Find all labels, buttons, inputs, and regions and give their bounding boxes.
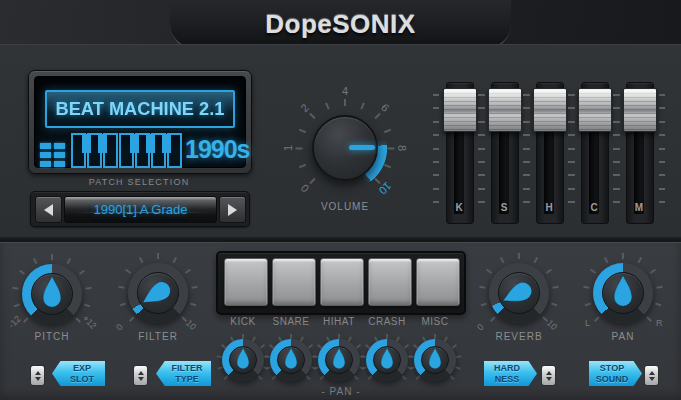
pan-pointer [421, 346, 449, 374]
patch-value: 1990[1] A Grade [94, 202, 188, 217]
pad-hihat-label: HIHAT [313, 316, 365, 327]
fader-cap[interactable] [533, 88, 567, 132]
fader-misc[interactable]: M [612, 82, 666, 232]
patch-next-button[interactable] [219, 196, 246, 223]
hardness-button[interactable]: HARD NESS [484, 361, 537, 386]
pad-snare-label: SNARE [265, 316, 317, 327]
pad-kick[interactable] [224, 258, 268, 306]
reverb-label: REVERB [479, 331, 559, 342]
volume-scale-8: 8 [395, 137, 409, 159]
step-down-icon [35, 377, 41, 381]
step-up-icon [649, 371, 655, 375]
pan-pointer [325, 346, 353, 374]
fader-label: H [536, 202, 562, 213]
step-down-icon [649, 377, 655, 381]
master-pan-pointer [602, 272, 644, 314]
left-arrow-icon [44, 204, 53, 216]
master-pan-label: PAN [583, 331, 663, 342]
stop-sound-stepper[interactable] [644, 365, 659, 386]
filter-type-stepper[interactable] [133, 365, 148, 386]
header-badge: DopeSONIX [170, 0, 511, 50]
master-pan-knob[interactable] [581, 251, 665, 335]
pan-knob-misc[interactable] [407, 332, 463, 388]
exp-slot-stepper[interactable] [30, 365, 45, 386]
patch-value-display[interactable]: 1990[1] A Grade [64, 196, 217, 223]
pitch-pointer [31, 273, 73, 315]
pad-hihat[interactable] [320, 258, 364, 306]
piano-keys-icon [71, 133, 183, 169]
plugin-window: DopeSONIX BEAT MACHINE 2.1 [0, 0, 681, 400]
pad-misc-label: MISC [409, 316, 461, 327]
patch-prev-button[interactable] [35, 196, 62, 223]
patch-selection-label: PATCH SELECTION [59, 177, 219, 187]
fader-scale-marks [659, 94, 665, 203]
lcd-display: BEAT MACHINE 2.1 1990s [28, 70, 252, 174]
fader-scale-marks [523, 94, 529, 203]
volume-label: VOLUME [305, 201, 385, 212]
pan-pointer [373, 346, 401, 374]
patch-selector: 1990[1] A Grade [30, 191, 250, 227]
pad-crash[interactable] [368, 258, 412, 306]
pitch-knob[interactable] [10, 252, 94, 336]
fader-cap[interactable] [578, 88, 612, 132]
fader-label: S [491, 202, 517, 213]
stop-sound-button[interactable]: STOP SOUND [589, 361, 642, 386]
pad-kick-label: KICK [217, 316, 269, 327]
step-up-icon [546, 371, 552, 375]
lcd-era-text: 1990s [185, 135, 243, 164]
right-arrow-icon [228, 204, 237, 216]
fader-scale-marks [613, 94, 619, 203]
fader-cap[interactable] [623, 88, 657, 132]
exp-slot-button[interactable]: EXP SLOT [52, 361, 105, 386]
volume-scale-1: 1 [281, 137, 295, 159]
fader-scale-marks [568, 94, 574, 203]
lcd-logo-box: BEAT MACHINE 2.1 [45, 90, 235, 128]
fader-cap[interactable] [488, 88, 522, 132]
pitch-label: PITCH [12, 331, 92, 342]
step-down-icon [138, 377, 144, 381]
pattern-grid-icon [40, 143, 66, 169]
pad-crash-label: CRASH [361, 316, 413, 327]
fader-label: C [581, 202, 607, 213]
header-bar: DopeSONIX [0, 0, 681, 45]
volume-knob[interactable]: 0 1 2 4 6 8 10 [285, 88, 405, 208]
pad-misc[interactable] [416, 258, 460, 306]
filter-type-button[interactable]: FILTER TYPE [156, 361, 211, 386]
app-title: DopeSONIX [265, 9, 415, 40]
lcd-logo-text: BEAT MACHINE 2.1 [56, 98, 225, 120]
volume-scale-4: 4 [334, 84, 356, 98]
pan-left-label: L [585, 318, 590, 328]
pan-pointer [229, 346, 257, 374]
fader-scale-marks [433, 94, 439, 203]
hardness-stepper[interactable] [541, 365, 556, 386]
fader-scale-marks [478, 94, 484, 203]
fader-label: K [446, 202, 472, 213]
step-up-icon [35, 371, 41, 375]
pan-group-label: - PAN - [305, 386, 377, 397]
volume-pointer [349, 145, 375, 150]
pads-container [216, 251, 466, 315]
pan-pointer [277, 346, 305, 374]
filter-label: FILTER [118, 331, 198, 342]
step-up-icon [138, 371, 144, 375]
pad-snare[interactable] [272, 258, 316, 306]
pan-right-label: R [656, 318, 663, 328]
step-down-icon [546, 377, 552, 381]
lcd-screen: BEAT MACHINE 2.1 1990s [34, 76, 246, 168]
fader-cap[interactable] [443, 88, 477, 132]
fader-label: M [626, 202, 652, 213]
